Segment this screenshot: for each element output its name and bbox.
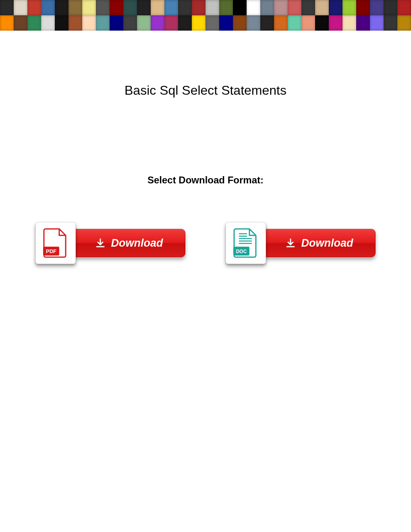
pdf-download-unit: PDF Download xyxy=(35,222,185,264)
pdf-badge-text: PDF xyxy=(46,248,56,254)
doc-badge-text: DOC xyxy=(236,249,247,254)
doc-download-unit: DOC Download xyxy=(226,222,376,264)
download-arrow-icon xyxy=(285,238,296,248)
doc-download-button[interactable]: Download xyxy=(263,229,376,257)
pdf-download-label: Download xyxy=(111,237,163,249)
doc-file-icon: DOC xyxy=(226,222,266,264)
format-subtitle: Select Download Format: xyxy=(0,175,411,186)
download-arrow-icon xyxy=(95,238,106,248)
page-title: Basic Sql Select Statements xyxy=(0,83,411,98)
pdf-download-button[interactable]: Download xyxy=(73,229,185,257)
banner-collage xyxy=(0,0,411,31)
doc-download-label: Download xyxy=(301,237,353,249)
download-buttons-row: PDF Download DOC xyxy=(0,222,411,264)
pdf-file-icon: PDF xyxy=(35,222,76,264)
